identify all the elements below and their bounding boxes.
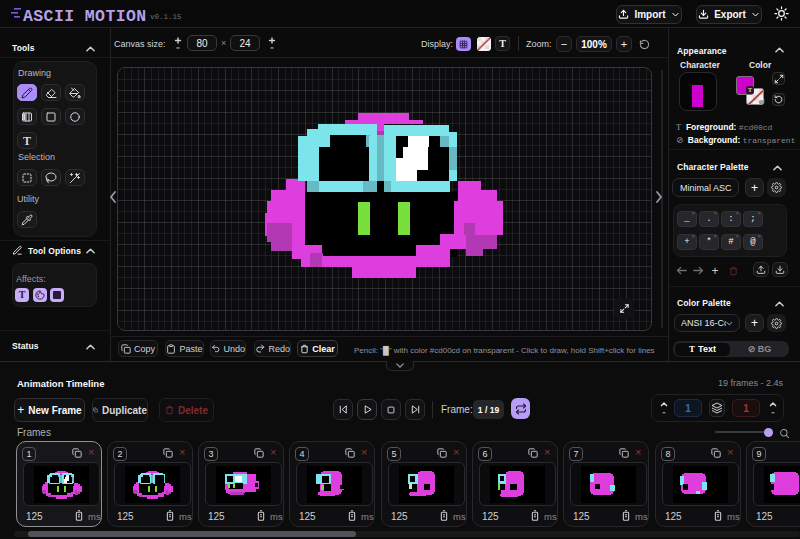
svg-text:ASCII MOTION: ASCII MOTION xyxy=(23,7,147,26)
svg-text:v0.1.15: v0.1.15 xyxy=(150,13,182,21)
